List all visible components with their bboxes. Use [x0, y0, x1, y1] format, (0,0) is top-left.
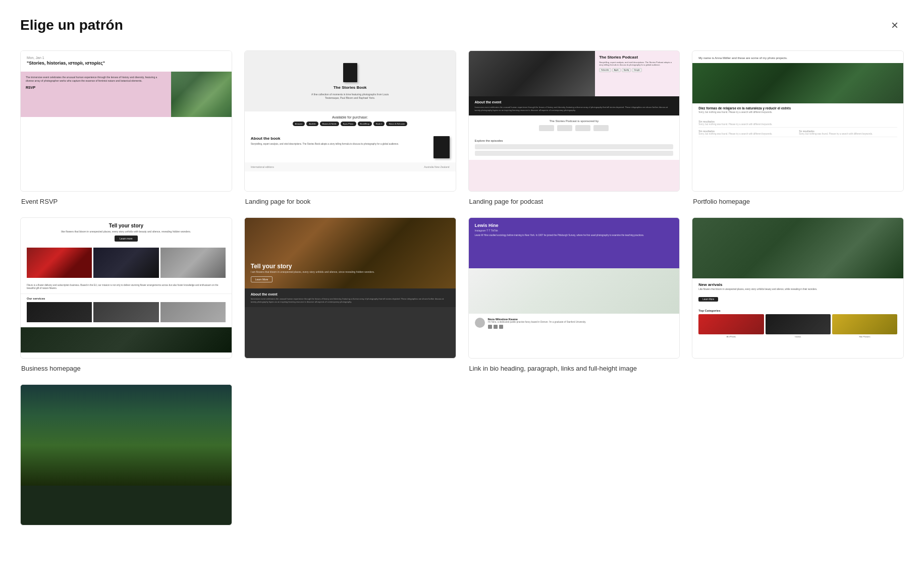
shop-hero-image — [692, 218, 903, 278]
card-story2[interactable]: Tell your story I am flowers that bloom … — [244, 217, 456, 372]
portfolio-intro-text: My name is Anna Möller and these are som… — [698, 56, 897, 60]
card-landing-podcast-preview: The Stories Podcast Storytelling, expert… — [468, 50, 680, 192]
book-buy: Available for purchase: Amazon Audible B… — [245, 111, 456, 132]
book-tag-book1: Book 1 — [373, 122, 385, 126]
podcast-about-body: Immersive event celebrates the unusual h… — [475, 106, 674, 111]
podcast-sponsored: The Stories Podcast is sponsored by — [469, 115, 680, 135]
service-img-1 — [27, 302, 92, 322]
book-about-section: About the book Storytelling, expert anal… — [245, 132, 456, 162]
podcast-sponsor-logos — [475, 125, 674, 131]
card-business-preview: Tell your story like flowers that bloom … — [20, 217, 232, 359]
podcast-episode-list — [475, 144, 674, 156]
story2-hero-image: Tell your story I am flowers that bloom … — [245, 218, 456, 288]
card-landing-book[interactable]: The Stories Book A fine collection of mo… — [244, 50, 456, 205]
story2-title: Tell your story — [251, 263, 375, 270]
event-rsvp-title: "Stories, historias, ιστορίι, ιστορίες" — [27, 61, 226, 66]
book-buy-title: Available for purchase: — [251, 115, 450, 119]
sponsor-logo-3 — [575, 125, 590, 131]
service-images — [27, 302, 226, 322]
linkinbio-social-icon-2 — [494, 325, 498, 329]
shop-cat-ant-plants: Ant Plants — [698, 314, 764, 338]
book-cover-top — [343, 63, 357, 82]
business-description: Fleurs is a flower delivery and subscrip… — [21, 281, 232, 294]
podcast-title: The Stories Podcast — [599, 55, 675, 60]
podcast-btn-2: Apple — [612, 68, 621, 72]
podcast-sponsored-title: The Stories Podcast is sponsored by — [475, 120, 674, 123]
shop-cat-img-yellow — [832, 314, 897, 334]
book-desc: A fine collection of moments in time fea… — [305, 93, 396, 99]
linkinbio-profile-title: I'm Nora, a dedicated public-practice fa… — [488, 321, 674, 324]
podcast-btn-1: Subscribe — [599, 68, 611, 72]
linkinbio-social-icons — [488, 325, 674, 329]
card-landing-book-preview: The Stories Book A fine collection of mo… — [244, 50, 456, 192]
book-tag-simon: Simon & Schuster — [386, 122, 407, 126]
card-landing-podcast[interactable]: The Stories Podcast Storytelling, expert… — [468, 50, 680, 205]
landscape-image — [21, 385, 232, 486]
shop-top-categories: Top Categories Ant Plants Cactus — [692, 306, 903, 341]
card-story2-preview: Tell your story I am flowers that bloom … — [244, 217, 456, 359]
templates-grid: Mon, Jan 1 "Stories, historias, ιστορίι,… — [20, 50, 904, 532]
card-landscape-preview — [20, 384, 232, 525]
card-landing-podcast-label: Landing page for podcast — [468, 198, 680, 205]
story2-about-body: Immersive event celebrates the unusual h… — [251, 298, 450, 303]
podcast-btn-3: Spotify — [622, 68, 631, 72]
portfolio-result-2-msg1: Sorry, but nothing was found. Please try… — [698, 133, 797, 135]
portfolio-result-1: Sin resultados Sorry, but nothing was fo… — [698, 120, 897, 128]
event-rsvp-date: Mon, Jan 1 — [27, 56, 226, 60]
book-footer: International editions Australia New Zea… — [245, 162, 456, 171]
portfolio-intro: My name is Anna Möller and these are som… — [692, 51, 903, 63]
business-desc-text: Fleurs is a flower delivery and subscrip… — [27, 284, 226, 290]
card-business[interactable]: Tell your story like flowers that bloom … — [20, 217, 232, 372]
flower-image-dark — [93, 248, 158, 278]
card-portfolio-label: Portfolio homepage — [692, 198, 904, 205]
podcast-episodes-title: Explore the episodes — [475, 139, 674, 142]
card-shop-preview: New arrivals Like flowers that bloom in … — [692, 217, 904, 359]
card-shop[interactable]: New arrivals Like flowers that bloom in … — [692, 217, 904, 372]
event-rsvp-content: The immersive event celebrates the unusu… — [21, 72, 232, 117]
linkinbio-flower-image — [469, 268, 680, 314]
card-landscape[interactable] — [20, 384, 232, 532]
card-portfolio-preview: My name is Anna Möller and these are som… — [692, 50, 904, 192]
event-rsvp-header: Mon, Jan 1 "Stories, historias, ιστορίι,… — [21, 51, 232, 72]
story2-subtitle: I am flowers that bloom in unexpected pl… — [251, 270, 375, 274]
shop-cat-img-red — [698, 314, 764, 334]
podcast-hero-image — [469, 51, 595, 96]
modal-title: Elige un patrón — [20, 17, 123, 33]
service-img-2 — [93, 302, 158, 322]
flower-image-white — [160, 248, 226, 278]
book-tags: Amazon Audible Barnes & Noble Epos Photo… — [251, 122, 450, 126]
shop-new-title: New arrivals — [698, 282, 897, 287]
podcast-episodes: Explore the episodes — [469, 135, 680, 160]
event-rsvp-body: The immersive event celebrates the unusu… — [26, 76, 166, 83]
card-portfolio[interactable]: My name is Anna Möller and these are som… — [692, 50, 904, 205]
event-rsvp-text: The immersive event celebrates the unusu… — [21, 72, 171, 117]
book-about-heading: About the book — [251, 136, 429, 141]
card-linkinbio[interactable]: Lewis Hine Instagram T T TikTok Lewis W … — [468, 217, 680, 372]
templates-grid-container: Mon, Jan 1 "Stories, historias, ιστορίι,… — [20, 50, 904, 532]
portfolio-result-1-msg: Sorry, but nothing was found. Please try… — [698, 123, 897, 126]
linkinbio-name: Lewis Hine — [475, 223, 674, 228]
close-button[interactable]: × — [886, 16, 904, 34]
book-tag-amazon: Amazon — [293, 122, 305, 126]
shop-cat-img-dark — [766, 314, 831, 334]
portfolio-result-2-col2: Sn resultados Sorry, but nothing was fou… — [799, 130, 897, 135]
podcast-hero: The Stories Podcast Storytelling, expert… — [469, 51, 680, 96]
shop-new-desc: Like flowers that bloom in unexpected pl… — [698, 288, 897, 291]
book-title: The Stories Book — [334, 85, 367, 90]
shop-top-cats-title: Top Categories — [698, 309, 897, 312]
book-tag-bookshop: BookShop — [358, 122, 372, 126]
card-business-label: Business homepage — [20, 365, 232, 372]
story2-about-title: About the event — [251, 292, 450, 296]
book-footer-right: Australia New Zealand — [424, 165, 449, 168]
event-rsvp-image — [171, 72, 232, 117]
linkinbio-avatar — [475, 318, 485, 328]
card-event-rsvp[interactable]: Mon, Jan 1 "Stories, historias, ιστορίι,… — [20, 50, 232, 205]
card-linkinbio-label: Link in bio heading, paragraph, links an… — [468, 365, 680, 372]
book-tag-barnes: Barnes & Noble — [320, 122, 339, 126]
podcast-about: About the event Immersive event celebrat… — [469, 96, 680, 115]
portfolio-caption: Diez formas de relajarse en la naturalez… — [692, 103, 903, 117]
shop-category-grid: Ant Plants Cactus Star Flowers — [698, 314, 897, 338]
podcast-ep-bar-2 — [475, 151, 674, 156]
event-rsvp-cta: RSVP — [26, 86, 166, 89]
card-linkinbio-preview: Lewis Hine Instagram T T TikTok Lewis W … — [468, 217, 680, 359]
